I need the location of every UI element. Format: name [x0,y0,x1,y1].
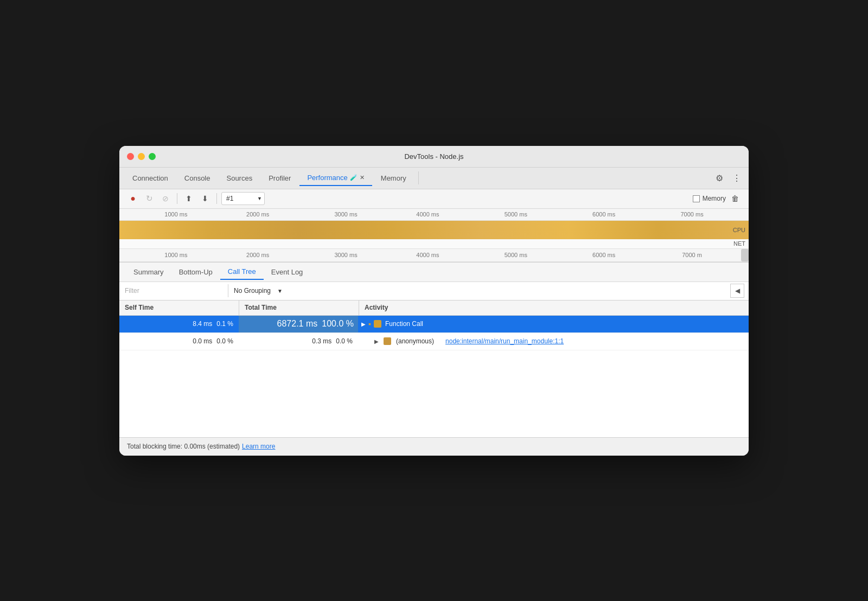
memory-checkbox[interactable]: Memory [693,195,726,202]
toolbar: ● ↻ ⊘ ⬆ ⬇ #1 ▼ Memory 🗑 [119,189,749,209]
cell-activity-2: ▶ (anonymous) node:internal/main/run_mai… [358,337,749,345]
filter-input[interactable] [119,285,228,297]
toolbar-divider-1 [177,193,177,204]
status-text: Total blocking time: 0.00ms (estimated) [127,443,240,450]
status-bar: Total blocking time: 0.00ms (estimated) … [119,437,749,456]
close-button[interactable] [127,153,134,160]
learn-more-link[interactable]: Learn more [242,443,275,450]
timeline-scrollbar[interactable] [741,249,749,261]
net-label: NET [733,240,745,247]
table-row[interactable]: 0.0 ms 0.0 % 0.3 ms 0.0 % ▶ (anonymous) … [119,333,749,350]
maximize-button[interactable] [149,153,156,160]
nav-separator [418,171,419,184]
timeline-area: 1000 ms 2000 ms 3000 ms 4000 ms 5000 ms … [119,209,749,263]
tick2-2000: 2000 ms [246,252,269,258]
grouping-arrow-icon: ▼ [277,288,283,294]
timeline-ruler-top: 1000 ms 2000 ms 3000 ms 4000 ms 5000 ms … [119,209,749,221]
tick-4000: 4000 ms [416,211,439,218]
activity-link-2[interactable]: node:internal/main/run_main_module:1:1 [445,337,564,345]
cell-self-2: 0.0 ms 0.0 % [119,337,239,345]
tick-6000: 6000 ms [592,211,615,218]
tick-2000: 2000 ms [246,211,269,218]
net-row: NET [119,239,749,249]
performance-flask-icon: 🧪 [350,174,358,181]
table-header: Self Time Total Time Activity [119,300,749,316]
profile-selector[interactable]: #1 ▼ [221,192,265,205]
header-total-time: Total Time [239,304,359,311]
nav-bar: Connection Console Sources Profiler Perf… [119,168,749,189]
upload-button[interactable]: ⬆ [182,191,196,206]
table-row[interactable]: 8.4 ms 0.1 % 6872.1 ms 100.0 % ▶ ▪ Funct… [119,316,749,333]
cell-total-2: 0.3 ms 0.0 % [239,337,358,345]
tab-profiler[interactable]: Profiler [261,171,298,186]
tick-7000: 7000 ms [680,211,703,218]
settings-icon[interactable]: ⚙ [713,171,726,184]
expand-arrow-1[interactable]: ▶ [361,321,366,327]
tick-5000: 5000 ms [505,211,527,218]
grouping-select[interactable]: No Grouping ▼ [228,285,298,297]
tab-bottom-up[interactable]: Bottom-Up [171,265,220,279]
data-table: Self Time Total Time Activity 8.4 ms 0.1… [119,300,749,437]
toolbar-divider-2 [216,193,217,204]
reload-button[interactable]: ↻ [142,191,156,206]
record-button[interactable]: ● [126,191,140,206]
memory-checkbox-box[interactable] [693,195,700,202]
header-self-time: Self Time [119,304,239,311]
cell-total-1: 6872.1 ms 100.0 % [239,316,358,333]
analysis-tabs: Summary Bottom-Up Call Tree Event Log [119,263,749,282]
profile-dropdown-arrow: ▼ [257,196,262,201]
tab-performance[interactable]: Performance 🧪 ✕ [299,170,372,186]
tab-connection[interactable]: Connection [125,171,176,186]
window-title: DevTools - Node.js [404,152,463,161]
nav-icons: ⚙ ⋮ [713,171,743,184]
tick-1000: 1000 ms [164,211,187,218]
titlebar: DevTools - Node.js [119,146,749,168]
tab-memory[interactable]: Memory [373,171,414,186]
tab-console[interactable]: Console [177,171,218,186]
tab-call-tree[interactable]: Call Tree [220,264,264,280]
tick2-5000: 5000 ms [505,252,527,258]
timeline-ruler-bottom: 1000 ms 2000 ms 3000 ms 4000 ms 5000 ms … [119,249,749,262]
tab-sources[interactable]: Sources [219,171,260,186]
tick2-3000: 3000 ms [334,252,357,258]
collapse-button[interactable]: ◀ [730,284,744,298]
cpu-bar: CPU [119,221,749,239]
tick-3000: 3000 ms [334,211,357,218]
devtools-window: DevTools - Node.js Connection Console So… [119,146,749,456]
clear-button[interactable]: ⊘ [158,191,173,206]
folder-color-2 [384,337,391,345]
delete-profile-button[interactable]: 🗑 [728,191,742,206]
more-options-icon[interactable]: ⋮ [730,171,743,184]
minimize-button[interactable] [138,153,145,160]
tick2-7000: 7000 m [682,252,702,258]
table-empty-space [119,350,749,437]
download-button[interactable]: ⬇ [198,191,212,206]
tick2-4000: 4000 ms [416,252,439,258]
cell-activity-1: ▶ ▪ Function Call [358,319,749,328]
cell-self-1: 8.4 ms 0.1 % [119,320,239,328]
expand-arrow-2[interactable]: ▶ [374,338,379,344]
performance-close-icon[interactable]: ✕ [360,174,365,181]
traffic-lights [127,153,156,160]
tab-event-log[interactable]: Event Log [264,265,311,279]
tick2-1000: 1000 ms [164,252,187,258]
folder-icon-1: ▪ [368,319,371,328]
filter-row: No Grouping ▼ ◀ [119,282,749,300]
tick2-6000: 6000 ms [592,252,615,258]
cpu-label: CPU [733,227,745,233]
tab-summary[interactable]: Summary [126,265,171,279]
folder-color-1 [374,320,381,328]
header-activity: Activity [359,304,749,311]
